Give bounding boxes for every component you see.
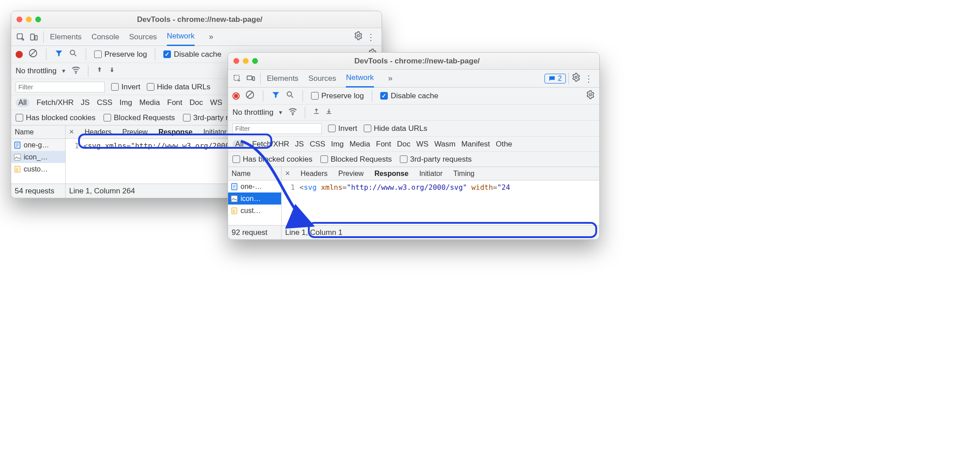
- detail-tab-initiator[interactable]: Initiator: [203, 128, 226, 136]
- checkbox-icon[interactable]: [111, 83, 119, 91]
- filter-type-fetchxhr[interactable]: Fetch/XHR: [252, 140, 289, 149]
- filter-type-doc[interactable]: Doc: [190, 98, 203, 107]
- checkbox-icon[interactable]: [400, 155, 407, 163]
- checkbox-icon[interactable]: [147, 83, 154, 91]
- download-har-icon[interactable]: [325, 107, 333, 117]
- more-tabs-icon[interactable]: »: [209, 32, 213, 42]
- request-row[interactable]: one-…: [228, 180, 281, 192]
- maximize-window-icon[interactable]: [35, 17, 41, 22]
- issues-badge[interactable]: 2: [544, 74, 566, 84]
- checkbox-icon[interactable]: [311, 92, 319, 100]
- device-toolbar-icon[interactable]: [244, 72, 257, 85]
- search-icon[interactable]: [69, 49, 78, 60]
- invert-checkbox[interactable]: Invert: [328, 124, 357, 133]
- network-conditions-icon[interactable]: [288, 106, 298, 118]
- filter-type-doc[interactable]: Doc: [397, 140, 411, 149]
- blocked-cookies-checkbox[interactable]: Has blocked cookies: [233, 155, 312, 164]
- filter-type-fetchxhr[interactable]: Fetch/XHR: [37, 98, 74, 107]
- network-settings-icon[interactable]: [586, 90, 595, 101]
- clear-icon[interactable]: [245, 90, 255, 102]
- more-menu-icon[interactable]: ⋮: [584, 73, 593, 84]
- close-window-icon[interactable]: [17, 17, 22, 22]
- tab-network[interactable]: Network: [167, 28, 195, 46]
- checkbox-icon[interactable]: [320, 155, 328, 163]
- blocked-requests-checkbox[interactable]: Blocked Requests: [104, 113, 175, 122]
- request-row[interactable]: one-g…: [11, 139, 65, 151]
- blocked-requests-checkbox[interactable]: Blocked Requests: [320, 155, 392, 164]
- checkbox-icon[interactable]: [94, 50, 102, 58]
- throttling-select[interactable]: No throttling ▼: [233, 108, 283, 117]
- preserve-log-checkbox[interactable]: Preserve log: [94, 50, 147, 59]
- preserve-log-checkbox[interactable]: Preserve log: [311, 92, 364, 100]
- filter-type-css[interactable]: CSS: [310, 140, 325, 149]
- upload-har-icon[interactable]: [312, 107, 320, 117]
- record-button-icon[interactable]: [16, 51, 23, 58]
- tab-console[interactable]: Console: [91, 28, 119, 46]
- filter-icon[interactable]: [271, 90, 280, 101]
- detail-tab-headers[interactable]: Headers: [301, 170, 328, 178]
- detail-tab-headers[interactable]: Headers: [85, 128, 112, 136]
- tab-network[interactable]: Network: [346, 70, 374, 88]
- inspect-element-icon[interactable]: [231, 72, 244, 85]
- filter-type-ws[interactable]: WS: [210, 98, 222, 107]
- tab-sources[interactable]: Sources: [308, 70, 336, 88]
- filter-type-img[interactable]: Img: [331, 140, 344, 149]
- detail-tab-preview[interactable]: Preview: [122, 128, 148, 136]
- minimize-window-icon[interactable]: [26, 17, 32, 22]
- upload-har-icon[interactable]: [96, 66, 104, 76]
- tab-elements[interactable]: Elements: [50, 28, 82, 46]
- filter-type-all[interactable]: All: [233, 140, 246, 149]
- filter-type-font[interactable]: Font: [167, 98, 183, 107]
- request-row[interactable]: icon_…: [11, 151, 65, 163]
- download-har-icon[interactable]: [108, 66, 116, 76]
- hide-data-urls-checkbox[interactable]: Hide data URLs: [364, 124, 428, 133]
- invert-checkbox[interactable]: Invert: [111, 83, 141, 92]
- checkbox-icon[interactable]: [104, 114, 111, 121]
- tab-sources[interactable]: Sources: [129, 28, 157, 46]
- filter-type-media[interactable]: Media: [349, 140, 370, 149]
- more-menu-icon[interactable]: ⋮: [366, 32, 375, 42]
- filter-type-all[interactable]: All: [16, 98, 29, 107]
- filter-type-css[interactable]: CSS: [97, 98, 112, 107]
- checkbox-icon[interactable]: [364, 125, 371, 132]
- request-row[interactable]: {} custo…: [11, 163, 65, 175]
- filter-type-img[interactable]: Img: [120, 98, 132, 107]
- search-icon[interactable]: [286, 90, 295, 101]
- record-button-icon[interactable]: [233, 92, 240, 100]
- detail-tab-response[interactable]: Response: [374, 170, 408, 178]
- disable-cache-checkbox[interactable]: Disable cache: [163, 50, 221, 59]
- detail-tab-timing[interactable]: Timing: [453, 170, 474, 178]
- close-detail-icon[interactable]: ×: [285, 169, 290, 178]
- settings-icon[interactable]: [354, 31, 363, 42]
- name-header[interactable]: Name: [11, 125, 65, 139]
- checkbox-icon[interactable]: [163, 50, 171, 58]
- filter-icon[interactable]: [54, 49, 63, 60]
- checkbox-icon[interactable]: [16, 114, 23, 121]
- checkbox-icon[interactable]: [328, 125, 336, 132]
- settings-icon[interactable]: [572, 73, 581, 84]
- close-window-icon[interactable]: [233, 58, 239, 64]
- close-detail-icon[interactable]: ×: [69, 127, 74, 137]
- device-toolbar-icon[interactable]: [27, 30, 41, 44]
- inspect-element-icon[interactable]: [14, 30, 27, 44]
- filter-type-font[interactable]: Font: [376, 140, 391, 149]
- detail-tab-response[interactable]: Response: [158, 128, 192, 136]
- checkbox-icon[interactable]: [183, 114, 191, 121]
- tab-elements[interactable]: Elements: [267, 70, 299, 88]
- filter-type-manifest[interactable]: Manifest: [461, 140, 490, 149]
- third-party-checkbox[interactable]: 3rd-party requests: [400, 155, 472, 164]
- filter-input[interactable]: [233, 123, 322, 134]
- network-conditions-icon[interactable]: [71, 65, 81, 77]
- hide-data-urls-checkbox[interactable]: Hide data URLs: [147, 83, 211, 92]
- response-code[interactable]: 1 <svg xmlns="http://www.w3.org/2000/svg…: [282, 180, 599, 192]
- detail-tab-initiator[interactable]: Initiator: [419, 170, 442, 178]
- checkbox-icon[interactable]: [380, 92, 388, 100]
- request-row[interactable]: {} cust…: [228, 205, 281, 217]
- disable-cache-checkbox[interactable]: Disable cache: [380, 92, 438, 100]
- filter-type-wasm[interactable]: Wasm: [434, 140, 456, 149]
- filter-input[interactable]: [16, 82, 105, 92]
- throttling-select[interactable]: No throttling ▼: [16, 67, 66, 75]
- filter-type-js[interactable]: JS: [81, 98, 90, 107]
- filter-type-media[interactable]: Media: [139, 98, 160, 107]
- name-header[interactable]: Name: [228, 167, 281, 180]
